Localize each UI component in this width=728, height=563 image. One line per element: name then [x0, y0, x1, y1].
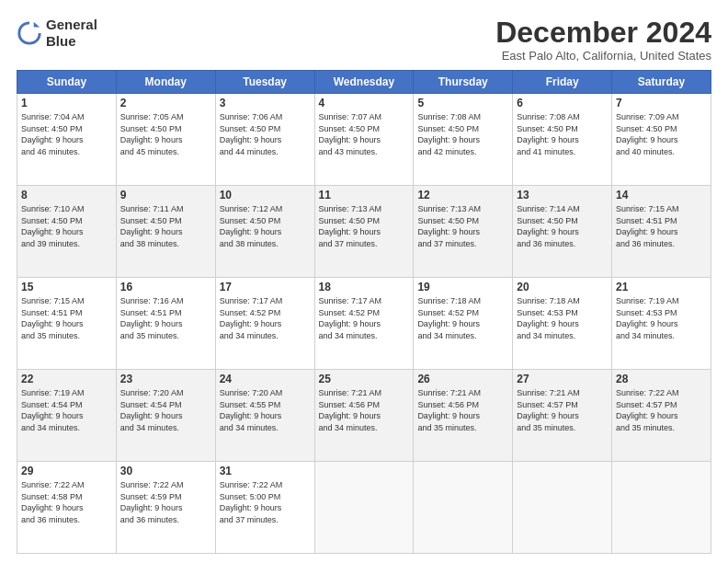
table-row: 9Sunrise: 7:11 AM Sunset: 4:50 PM Daylig… [116, 186, 215, 278]
table-row: 16Sunrise: 7:16 AM Sunset: 4:51 PM Dayli… [116, 278, 215, 370]
day-content: Sunrise: 7:15 AM Sunset: 4:51 PM Dayligh… [616, 203, 707, 249]
table-row: 26Sunrise: 7:21 AM Sunset: 4:56 PM Dayli… [414, 370, 513, 462]
table-row: 6Sunrise: 7:08 AM Sunset: 4:50 PM Daylig… [513, 94, 612, 186]
table-row: 19Sunrise: 7:18 AM Sunset: 4:52 PM Dayli… [414, 278, 513, 370]
day-number: 27 [517, 373, 608, 385]
day-number: 17 [220, 281, 311, 293]
day-content: Sunrise: 7:08 AM Sunset: 4:50 PM Dayligh… [517, 111, 608, 157]
table-row: 27Sunrise: 7:21 AM Sunset: 4:57 PM Dayli… [513, 370, 612, 462]
table-row: 30Sunrise: 7:22 AM Sunset: 4:59 PM Dayli… [116, 462, 215, 554]
col-saturday: Saturday [612, 71, 711, 94]
day-number: 13 [517, 189, 608, 201]
table-row: 25Sunrise: 7:21 AM Sunset: 4:56 PM Dayli… [314, 370, 414, 462]
table-row: 3Sunrise: 7:06 AM Sunset: 4:50 PM Daylig… [215, 94, 314, 186]
day-content: Sunrise: 7:12 AM Sunset: 4:50 PM Dayligh… [220, 203, 311, 249]
day-number: 20 [517, 281, 608, 293]
day-content: Sunrise: 7:18 AM Sunset: 4:53 PM Dayligh… [517, 295, 608, 341]
table-row [414, 462, 513, 554]
table-row: 15Sunrise: 7:15 AM Sunset: 4:51 PM Dayli… [17, 278, 117, 370]
header: General Blue December 2024 East Palo Alt… [17, 17, 711, 63]
day-number: 2 [120, 97, 211, 109]
col-sunday: Sunday [17, 71, 117, 94]
title-block: December 2024 East Palo Alto, California… [495, 17, 711, 63]
table-row: 29Sunrise: 7:22 AM Sunset: 4:58 PM Dayli… [17, 462, 117, 554]
day-number: 10 [220, 189, 311, 201]
day-content: Sunrise: 7:04 AM Sunset: 4:50 PM Dayligh… [21, 111, 112, 157]
table-row: 11Sunrise: 7:13 AM Sunset: 4:50 PM Dayli… [314, 186, 414, 278]
table-row [513, 462, 612, 554]
location: East Palo Alto, California, United State… [495, 49, 711, 63]
day-number: 30 [120, 465, 211, 477]
day-number: 1 [21, 97, 112, 109]
day-content: Sunrise: 7:17 AM Sunset: 4:52 PM Dayligh… [319, 295, 410, 341]
day-number: 6 [517, 97, 608, 109]
calendar-header-row: Sunday Monday Tuesday Wednesday Thursday… [17, 71, 711, 94]
day-content: Sunrise: 7:10 AM Sunset: 4:50 PM Dayligh… [21, 203, 112, 249]
day-number: 7 [616, 97, 707, 109]
day-number: 21 [616, 281, 707, 293]
day-number: 24 [220, 373, 311, 385]
calendar-week-row: 8Sunrise: 7:10 AM Sunset: 4:50 PM Daylig… [17, 186, 711, 278]
day-number: 25 [319, 373, 410, 385]
day-number: 19 [417, 281, 508, 293]
day-number: 16 [120, 281, 211, 293]
day-content: Sunrise: 7:18 AM Sunset: 4:52 PM Dayligh… [417, 295, 508, 341]
day-number: 4 [319, 97, 410, 109]
col-thursday: Thursday [414, 71, 513, 94]
day-number: 26 [417, 373, 508, 385]
calendar-week-row: 15Sunrise: 7:15 AM Sunset: 4:51 PM Dayli… [17, 278, 711, 370]
day-content: Sunrise: 7:15 AM Sunset: 4:51 PM Dayligh… [21, 295, 112, 341]
day-content: Sunrise: 7:07 AM Sunset: 4:50 PM Dayligh… [319, 111, 410, 157]
table-row: 24Sunrise: 7:20 AM Sunset: 4:55 PM Dayli… [215, 370, 314, 462]
table-row: 1Sunrise: 7:04 AM Sunset: 4:50 PM Daylig… [17, 94, 117, 186]
day-number: 12 [417, 189, 508, 201]
day-content: Sunrise: 7:05 AM Sunset: 4:50 PM Dayligh… [120, 111, 211, 157]
table-row: 4Sunrise: 7:07 AM Sunset: 4:50 PM Daylig… [314, 94, 414, 186]
logo: General Blue [17, 17, 97, 50]
day-number: 18 [319, 281, 410, 293]
day-content: Sunrise: 7:13 AM Sunset: 4:50 PM Dayligh… [319, 203, 410, 249]
day-number: 14 [616, 189, 707, 201]
day-content: Sunrise: 7:13 AM Sunset: 4:50 PM Dayligh… [417, 203, 508, 249]
calendar-week-row: 22Sunrise: 7:19 AM Sunset: 4:54 PM Dayli… [17, 370, 711, 462]
table-row: 22Sunrise: 7:19 AM Sunset: 4:54 PM Dayli… [17, 370, 117, 462]
day-number: 11 [319, 189, 410, 201]
table-row: 23Sunrise: 7:20 AM Sunset: 4:54 PM Dayli… [116, 370, 215, 462]
col-friday: Friday [513, 71, 612, 94]
table-row [612, 462, 711, 554]
day-content: Sunrise: 7:22 AM Sunset: 4:57 PM Dayligh… [616, 387, 707, 433]
table-row: 10Sunrise: 7:12 AM Sunset: 4:50 PM Dayli… [215, 186, 314, 278]
table-row: 12Sunrise: 7:13 AM Sunset: 4:50 PM Dayli… [414, 186, 513, 278]
day-content: Sunrise: 7:14 AM Sunset: 4:50 PM Dayligh… [517, 203, 608, 249]
table-row [314, 462, 414, 554]
day-content: Sunrise: 7:20 AM Sunset: 4:54 PM Dayligh… [120, 387, 211, 433]
day-number: 23 [120, 373, 211, 385]
table-row: 20Sunrise: 7:18 AM Sunset: 4:53 PM Dayli… [513, 278, 612, 370]
col-wednesday: Wednesday [314, 71, 414, 94]
day-content: Sunrise: 7:22 AM Sunset: 5:00 PM Dayligh… [220, 479, 311, 525]
day-number: 5 [417, 97, 508, 109]
table-row: 28Sunrise: 7:22 AM Sunset: 4:57 PM Dayli… [612, 370, 711, 462]
day-content: Sunrise: 7:19 AM Sunset: 4:53 PM Dayligh… [616, 295, 707, 341]
day-number: 22 [21, 373, 112, 385]
logo-text: General Blue [46, 17, 97, 50]
day-content: Sunrise: 7:08 AM Sunset: 4:50 PM Dayligh… [417, 111, 508, 157]
table-row: 14Sunrise: 7:15 AM Sunset: 4:51 PM Dayli… [612, 186, 711, 278]
day-number: 9 [120, 189, 211, 201]
calendar-week-row: 29Sunrise: 7:22 AM Sunset: 4:58 PM Dayli… [17, 462, 711, 554]
day-number: 29 [21, 465, 112, 477]
day-number: 31 [220, 465, 311, 477]
day-content: Sunrise: 7:16 AM Sunset: 4:51 PM Dayligh… [120, 295, 211, 341]
day-content: Sunrise: 7:09 AM Sunset: 4:50 PM Dayligh… [616, 111, 707, 157]
col-tuesday: Tuesday [215, 71, 314, 94]
table-row: 21Sunrise: 7:19 AM Sunset: 4:53 PM Dayli… [612, 278, 711, 370]
page: General Blue December 2024 East Palo Alt… [0, 0, 728, 563]
day-content: Sunrise: 7:21 AM Sunset: 4:56 PM Dayligh… [417, 387, 508, 433]
day-content: Sunrise: 7:20 AM Sunset: 4:55 PM Dayligh… [220, 387, 311, 433]
day-content: Sunrise: 7:21 AM Sunset: 4:56 PM Dayligh… [319, 387, 410, 433]
day-content: Sunrise: 7:17 AM Sunset: 4:52 PM Dayligh… [220, 295, 311, 341]
table-row: 8Sunrise: 7:10 AM Sunset: 4:50 PM Daylig… [17, 186, 117, 278]
day-content: Sunrise: 7:22 AM Sunset: 4:58 PM Dayligh… [21, 479, 112, 525]
table-row: 31Sunrise: 7:22 AM Sunset: 5:00 PM Dayli… [215, 462, 314, 554]
col-monday: Monday [116, 71, 215, 94]
